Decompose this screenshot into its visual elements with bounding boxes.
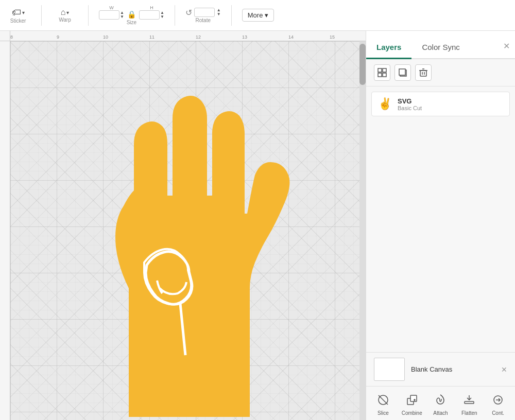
flatten-icon bbox=[461, 392, 477, 408]
ruler-left bbox=[0, 41, 10, 420]
svg-rect-6 bbox=[420, 71, 426, 76]
panel-bottom-toolbar: Slice Combine bbox=[366, 386, 515, 420]
cont-icon bbox=[490, 392, 506, 408]
grid-canvas[interactable] bbox=[10, 41, 366, 420]
rotate-label: Rotate bbox=[196, 18, 211, 23]
attach-button[interactable]: Attach bbox=[426, 392, 455, 416]
ruler-num-10: 10 bbox=[103, 34, 108, 40]
svg-rect-5 bbox=[399, 69, 405, 75]
scrollbar-vertical[interactable] bbox=[359, 41, 366, 420]
flatten-label: Flatten bbox=[461, 410, 477, 416]
rotate-icon: ↺ bbox=[185, 8, 192, 18]
canvas-area[interactable]: 8 9 10 11 12 13 14 15 bbox=[0, 31, 366, 420]
divider-1 bbox=[41, 5, 42, 26]
panel-tabs: Layers Color Sync ✕ bbox=[366, 31, 515, 59]
ruler-num-13: 13 bbox=[242, 34, 247, 40]
warp-tool[interactable]: ⌂ ▾ Warp bbox=[52, 8, 78, 23]
ruler-num-8: 8 bbox=[10, 34, 13, 40]
tab-layers[interactable]: Layers bbox=[366, 38, 411, 59]
rotate-tool: ↺ ▲ ▼ Rotate bbox=[185, 8, 221, 23]
ruler-top: 8 9 10 11 12 13 14 15 bbox=[10, 31, 366, 41]
ruler-num-9: 9 bbox=[57, 34, 59, 40]
height-input[interactable] bbox=[139, 10, 160, 20]
attach-icon bbox=[432, 392, 449, 408]
ruler-num-14: 14 bbox=[288, 34, 294, 40]
cont-button[interactable]: Cont. bbox=[484, 392, 512, 416]
group-button[interactable] bbox=[374, 64, 390, 81]
size-label: Size bbox=[127, 20, 136, 25]
hand-image bbox=[77, 67, 299, 417]
slice-button[interactable]: Slice bbox=[369, 392, 397, 416]
flatten-button[interactable]: Flatten bbox=[455, 392, 484, 416]
attach-label: Attach bbox=[433, 410, 448, 416]
ruler-num-12: 12 bbox=[196, 34, 201, 40]
svg-rect-1 bbox=[383, 68, 386, 72]
delete-button[interactable] bbox=[415, 64, 432, 81]
combine-icon bbox=[404, 392, 420, 408]
layer-item-svg[interactable]: ✌️ SVG Basic Cut bbox=[371, 92, 510, 116]
blank-canvas-section: Blank Canvas ✕ bbox=[366, 352, 515, 386]
layers-content: ✌️ SVG Basic Cut bbox=[366, 86, 515, 352]
svg-rect-0 bbox=[378, 68, 382, 72]
ruler-num-11: 11 bbox=[149, 34, 154, 40]
layer-info: SVG Basic Cut bbox=[398, 97, 422, 111]
divider-3 bbox=[175, 5, 175, 26]
layer-thumb: ✌️ bbox=[377, 96, 392, 112]
warp-label: Warp bbox=[59, 17, 71, 23]
panel-close-button[interactable]: ✕ bbox=[503, 41, 510, 51]
blank-canvas-close[interactable]: ✕ bbox=[501, 365, 507, 374]
layer-name: SVG bbox=[398, 97, 422, 105]
more-arrow: ▾ bbox=[265, 11, 268, 19]
blank-canvas-label: Blank Canvas bbox=[411, 365, 452, 373]
slice-icon bbox=[375, 392, 391, 408]
combine-label: Combine bbox=[402, 410, 422, 416]
cont-label: Cont. bbox=[492, 410, 504, 416]
top-toolbar: 🏷 ▾ Sticker ⌂ ▾ Warp W ▲ ▼ bbox=[0, 0, 515, 31]
scrollbar-thumb[interactable] bbox=[359, 44, 366, 85]
main-area: 8 9 10 11 12 13 14 15 bbox=[0, 31, 515, 420]
svg-rect-3 bbox=[383, 73, 386, 77]
combine-button[interactable]: Combine bbox=[398, 392, 426, 416]
sticker-tool[interactable]: 🏷 ▾ Sticker bbox=[5, 7, 31, 24]
slice-label: Slice bbox=[377, 410, 389, 416]
more-button[interactable]: More ▾ bbox=[242, 9, 274, 22]
svg-rect-2 bbox=[378, 73, 382, 77]
ruler-num-15: 15 bbox=[330, 34, 335, 40]
right-panel: Layers Color Sync ✕ bbox=[366, 31, 515, 420]
ruler-corner bbox=[0, 31, 10, 41]
duplicate-button[interactable] bbox=[394, 64, 411, 81]
svg-rect-17 bbox=[465, 401, 474, 404]
width-input[interactable] bbox=[99, 10, 119, 20]
layer-type: Basic Cut bbox=[398, 105, 422, 111]
rotate-input[interactable] bbox=[194, 8, 215, 17]
sticker-label: Sticker bbox=[10, 18, 26, 24]
size-tool: W ▲ ▼ 🔒 H ▲ ▼ bbox=[99, 5, 164, 25]
svg-rect-14 bbox=[410, 395, 417, 401]
more-label: More bbox=[248, 11, 263, 19]
lock-icon[interactable]: 🔒 bbox=[127, 10, 136, 19]
divider-2 bbox=[88, 5, 89, 26]
panel-toolbar bbox=[366, 59, 515, 86]
blank-canvas-preview bbox=[374, 358, 405, 381]
divider-4 bbox=[231, 5, 232, 26]
tab-color-sync[interactable]: Color Sync bbox=[411, 38, 470, 59]
